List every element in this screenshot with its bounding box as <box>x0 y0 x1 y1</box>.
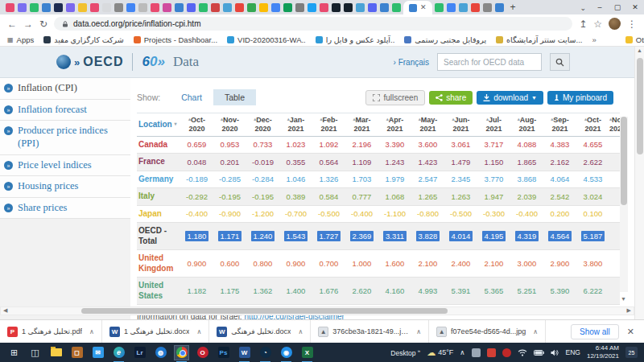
data-cell[interactable]: 2.162 <box>543 154 576 171</box>
browser-tab[interactable] <box>66 3 75 12</box>
scroll-up-icon[interactable]: ▲ <box>637 47 642 53</box>
search-input[interactable]: Search for OECD data <box>437 53 542 71</box>
opera-icon[interactable]: O <box>196 346 209 360</box>
data-cell[interactable]: 0.900 <box>279 250 312 278</box>
data-cell[interactable]: 0.389 <box>279 188 312 206</box>
data-cell[interactable]: -0.195 <box>213 188 246 206</box>
data-cell[interactable]: 3.311 <box>378 223 411 250</box>
scroll-down-icon[interactable]: ▼ <box>621 296 626 302</box>
column-header-month[interactable]: ▴Nov-2020 <box>213 113 246 137</box>
chevron-up-icon[interactable]: ∧ <box>416 328 421 335</box>
data-cell[interactable]: 4.064 <box>543 171 576 188</box>
browser-tab[interactable] <box>211 3 220 12</box>
data-cell[interactable]: -0.019 <box>246 154 279 171</box>
browser-tab[interactable] <box>320 3 328 12</box>
data-cell[interactable]: -0.800 <box>411 205 444 223</box>
browser-tab[interactable] <box>308 3 316 12</box>
browser-tab[interactable] <box>90 3 99 12</box>
column-header-month[interactable]: ▴Jul-2021 <box>477 113 510 137</box>
data-cell[interactable]: 2.542 <box>543 188 576 206</box>
data-cell[interactable]: -0.292 <box>180 188 213 206</box>
bookmarks-overflow-chevron[interactable]: » <box>592 35 596 44</box>
data-cell[interactable]: 3.600 <box>411 136 444 154</box>
data-cell[interactable]: -0.700 <box>279 205 312 223</box>
data-cell[interactable]: 5.365 <box>477 278 510 305</box>
scroll-left-icon[interactable]: ◀ <box>3 307 7 314</box>
data-cell[interactable]: 0.953 <box>213 136 246 154</box>
data-cell[interactable]: 1.727 <box>312 223 345 250</box>
url-field[interactable]: data.oecd.org/price/inflation-cpi.htm <box>54 17 572 31</box>
chrome-icon[interactable] <box>175 346 188 360</box>
data-cell[interactable]: 4.383 <box>543 136 576 154</box>
start-button[interactable]: ⊞ <box>7 346 21 360</box>
data-cell[interactable]: 0.564 <box>312 154 345 171</box>
data-cell[interactable]: 1.171 <box>213 223 246 250</box>
data-cell[interactable]: 0.800 <box>246 250 279 278</box>
data-cell[interactable]: 1.180 <box>180 223 213 250</box>
taskbar-clock[interactable]: 6:44 AM 12/19/2021 <box>587 344 619 360</box>
chevron-up-icon[interactable]: ∧ <box>196 328 201 335</box>
browser-tab[interactable] <box>235 3 244 12</box>
data-cell[interactable]: 2.100 <box>477 250 510 278</box>
data-cell[interactable]: 2.400 <box>444 250 477 278</box>
browser-tab[interactable] <box>247 3 256 12</box>
row-label[interactable]: Japan <box>137 205 180 223</box>
sidebar-item-inflation-forecast[interactable]: »Inflation forecast <box>0 100 130 121</box>
browser-tab[interactable] <box>187 3 196 12</box>
data-cell[interactable]: 3.770 <box>477 171 510 188</box>
data-cell[interactable]: -0.400 <box>345 205 378 223</box>
row-label[interactable]: France <box>137 154 180 171</box>
data-cell[interactable]: 2.196 <box>345 136 378 154</box>
blue-app-icon[interactable]: ◉ <box>279 346 293 360</box>
browser-tab[interactable] <box>495 3 504 12</box>
data-cell[interactable]: 3.061 <box>444 136 477 154</box>
data-cell[interactable]: -0.500 <box>444 205 477 223</box>
desktop-toolbar-label[interactable]: Desktop » <box>390 348 420 357</box>
data-cell[interactable]: 4.319 <box>510 223 543 250</box>
other-bookmarks[interactable]: Other bookmarks <box>625 35 644 44</box>
task-view-icon[interactable]: ◫ <box>28 346 42 360</box>
column-header-month[interactable]: ▴Mar-2021 <box>345 113 378 137</box>
browser-tab[interactable] <box>114 3 123 12</box>
data-cell[interactable]: 2.622 <box>576 154 609 171</box>
search-button[interactable] <box>550 53 570 71</box>
browser-tab[interactable] <box>447 3 456 12</box>
chevron-up-icon[interactable]: ∧ <box>533 328 538 335</box>
column-header-month[interactable]: ▴Oct-2021 <box>576 113 609 137</box>
new-tab-button[interactable]: + <box>510 2 516 13</box>
data-cell[interactable]: -0.900 <box>213 205 246 223</box>
tray-app-icon[interactable] <box>502 348 511 357</box>
data-cell[interactable]: 3.800 <box>576 250 609 278</box>
data-cell[interactable]: 1.092 <box>312 136 345 154</box>
data-cell[interactable]: 3.024 <box>576 188 609 206</box>
data-cell[interactable]: 0.201 <box>213 154 246 171</box>
browser-tab[interactable] <box>295 3 304 12</box>
sidebar-item-producer-price-indices-ppi-[interactable]: »Producer price indices (PPI) <box>0 121 130 154</box>
browser-tab[interactable] <box>126 3 135 12</box>
active-tab[interactable]: ✕ <box>403 1 432 14</box>
browser-tab[interactable] <box>392 3 401 12</box>
column-header-month[interactable]: ▴Sep-2021 <box>543 113 576 137</box>
data-cell[interactable]: 5.391 <box>444 278 477 305</box>
data-cell[interactable]: -0.500 <box>312 205 345 223</box>
browser-tab[interactable] <box>368 3 377 12</box>
data-cell[interactable]: 1.703 <box>345 171 378 188</box>
data-cell[interactable]: 0.733 <box>246 136 279 154</box>
browser-menu-icon[interactable]: ⋮ <box>627 19 637 29</box>
bookmark-star-icon[interactable]: ☆ <box>593 19 602 29</box>
column-header-month[interactable]: ▴Oct-2020 <box>180 113 213 137</box>
browser-tab[interactable] <box>283 3 292 12</box>
language-indicator[interactable]: ENG <box>566 348 580 356</box>
battery-icon[interactable] <box>534 350 544 356</box>
data-cell[interactable]: 2.345 <box>444 171 477 188</box>
data-cell[interactable]: 1.865 <box>510 154 543 171</box>
column-header-month[interactable]: ▴Dec-2020 <box>246 113 279 137</box>
data-cell[interactable]: 1.543 <box>279 223 312 250</box>
bookmark-item[interactable]: VID-20200316-WA.. <box>227 35 306 44</box>
data-cell[interactable]: 5.390 <box>543 278 576 305</box>
download-item[interactable]: Wتحلیل فرهنگی.docx∧ <box>209 320 311 343</box>
bookmark-item[interactable]: پروفایل مجتبی رستمی <box>404 35 486 44</box>
data-cell[interactable]: 0.355 <box>279 154 312 171</box>
data-cell[interactable]: 3.828 <box>411 223 444 250</box>
data-cell[interactable]: 3.717 <box>477 136 510 154</box>
